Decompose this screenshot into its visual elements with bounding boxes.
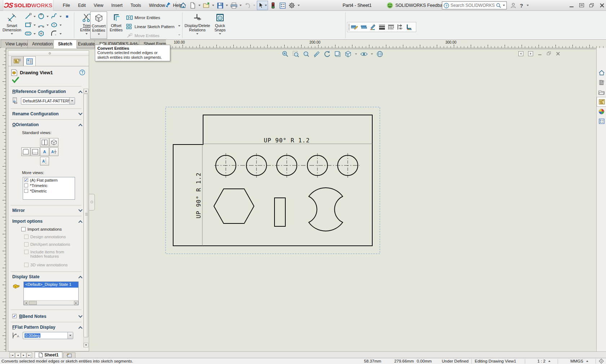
print-caret[interactable] (239, 1, 242, 10)
panel-splitter-handle[interactable] (89, 194, 95, 210)
hide-show-items-caret[interactable] (370, 53, 373, 55)
display-delete-relations-caret[interactable] (196, 33, 198, 35)
open-caret[interactable] (211, 1, 215, 10)
notched-circle-cutout[interactable] (309, 188, 343, 231)
close-button[interactable] (600, 3, 605, 8)
trim-entities-caret[interactable] (85, 33, 88, 35)
right-view-button[interactable]: A (49, 147, 58, 156)
save-icon[interactable] (216, 1, 224, 10)
appearances-icon[interactable] (597, 107, 606, 116)
solidworks-feedback[interactable]: SOLIDWORKS Feedback (387, 0, 447, 11)
flat-pattern-outline[interactable] (173, 115, 372, 246)
slot-tool-icon[interactable] (25, 30, 32, 38)
arc-tool-icon[interactable] (38, 21, 45, 30)
first-sheet-icon[interactable]: |◄ (9, 352, 15, 358)
section-import-options[interactable]: Import options (12, 219, 43, 225)
rebuild-traffic-light-icon[interactable] (269, 1, 277, 10)
quick-snaps-caret[interactable] (219, 33, 221, 35)
new-document-caret[interactable] (198, 1, 201, 10)
view-palette-icon[interactable] (597, 97, 606, 107)
menu-insert[interactable]: Insert (107, 0, 127, 11)
flat-pattern-angle-input[interactable]: 0.00deg (23, 332, 73, 339)
convert-entities-button[interactable]: ConvertEntities (90, 12, 107, 39)
status-tag-icon[interactable] (599, 359, 604, 364)
section-mirror[interactable]: Mirror (12, 208, 25, 214)
menu-view[interactable]: View (90, 0, 107, 11)
span-displays-button[interactable] (579, 3, 584, 8)
ellipse-tool-icon[interactable] (50, 21, 58, 30)
smart-dimension-caret[interactable] (11, 33, 13, 35)
section-orientation[interactable]: OOrientation (12, 122, 39, 128)
panel-help-icon[interactable]: ? (79, 70, 85, 75)
fillet-caret[interactable] (60, 33, 62, 35)
slot-caret[interactable] (34, 33, 36, 35)
section-flat-pattern-display[interactable]: FFlat Pattern Display (12, 325, 55, 330)
status-sheet-scale[interactable]: 1 : 2 (537, 359, 545, 363)
collapse-chevron-icon[interactable] (79, 123, 82, 126)
front-back-view-button[interactable] (40, 138, 49, 147)
collapse-pane-left-icon[interactable] (518, 51, 523, 56)
help-caret[interactable] (527, 5, 529, 6)
display-state-hscrollbar[interactable]: ◄ ► (24, 300, 78, 305)
options-list-icon[interactable] (278, 1, 287, 10)
ok-check-icon[interactable] (12, 77, 19, 84)
sheet1-tab[interactable]: Sheet1 (35, 352, 62, 358)
scroll-up-icon[interactable]: ▲ (84, 89, 88, 93)
scrollbar-thumb[interactable] (84, 94, 88, 337)
ellipse-caret[interactable] (60, 25, 62, 26)
bend-note-top[interactable]: UP 90° R 1.2 (264, 137, 310, 144)
collapse-chevron-icon[interactable] (79, 90, 82, 93)
line-thickness-icon[interactable] (379, 24, 385, 30)
file-explorer-icon[interactable] (597, 87, 606, 97)
expand-chevron-icon[interactable] (79, 314, 82, 317)
top-view-button[interactable] (31, 147, 40, 156)
selected-display-state[interactable]: <Default>_Display State 1 (24, 282, 78, 288)
open-icon[interactable] (202, 1, 211, 10)
configuration-dropdown[interactable]: DefaultSM-FLAT-PATTERN (21, 97, 75, 105)
section-display-state[interactable]: Display State (12, 274, 39, 280)
mirror-entities-button[interactable]: Mirror Entities (126, 14, 160, 22)
color-display-mode-icon[interactable] (406, 24, 412, 30)
status-units[interactable]: MMGS (570, 359, 583, 363)
design-library-icon[interactable] (597, 77, 606, 87)
zoom-to-selection-icon[interactable] (302, 50, 310, 58)
rotate-view-icon[interactable] (323, 50, 331, 58)
expand-chevron-icon[interactable] (79, 112, 82, 115)
sketch-fillet-tool-icon[interactable]: × (50, 30, 58, 38)
panel-resize-rail[interactable] (8, 51, 89, 56)
bend-note-left[interactable]: UP 90° R 1.2 (195, 172, 202, 218)
pin-menu-icon[interactable] (164, 2, 172, 9)
help-icon[interactable]: ? (520, 3, 523, 9)
spline-tool-icon[interactable] (50, 13, 58, 21)
scroll-down-icon[interactable]: ▼ (84, 343, 88, 347)
last-sheet-icon[interactable]: ►| (27, 352, 32, 358)
line-style-icon[interactable] (388, 24, 394, 30)
settings-gear-icon[interactable] (287, 1, 296, 10)
display-style-caret[interactable] (355, 53, 357, 55)
home-tab-icon[interactable] (597, 68, 606, 77)
linear-pattern-caret[interactable] (178, 25, 180, 27)
search-input[interactable] (451, 3, 495, 8)
line-tool-icon[interactable] (25, 13, 32, 21)
collapse-chevron-icon[interactable] (79, 220, 82, 223)
rectangle-cutout[interactable] (275, 198, 285, 226)
flat-pattern-checkbox[interactable] (24, 178, 28, 182)
linear-sketch-pattern-button[interactable]: Linear Sketch Pattern (126, 23, 175, 31)
user-account-icon[interactable] (510, 3, 516, 8)
search-scope-caret[interactable] (503, 5, 505, 6)
section-reference-configuration[interactable]: RReference Configuration (12, 89, 66, 95)
left-view-button[interactable]: A (40, 147, 49, 156)
convert-entities-caret[interactable] (98, 34, 100, 35)
isometric-view-button[interactable] (49, 138, 58, 147)
undo-caret[interactable] (252, 1, 256, 10)
undo-icon[interactable] (243, 1, 252, 10)
bend-notes-checkbox[interactable] (12, 314, 17, 318)
collapse-pane-right-icon[interactable] (528, 51, 533, 56)
help-search-box[interactable]: ? (442, 1, 507, 9)
doc-minimize-button[interactable] (538, 52, 542, 56)
back-view-button[interactable]: A (40, 157, 49, 165)
circle-tool-icon[interactable] (38, 13, 45, 21)
point-tool-icon[interactable] (65, 14, 69, 20)
section-bend-notes[interactable]: BBend Notes (19, 314, 46, 320)
display-state-listbox[interactable]: <Default>_Display State 1 ◄ ► (23, 281, 79, 305)
